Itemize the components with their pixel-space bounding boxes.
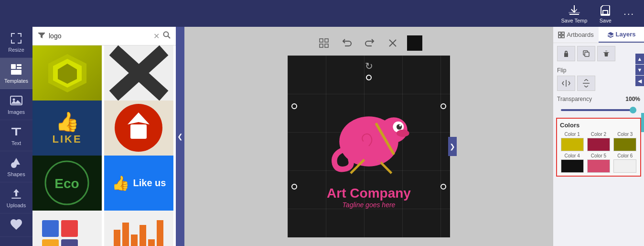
delete-button[interactable] (597, 46, 615, 61)
svg-line-10 (168, 36, 171, 39)
panel-tabs: Artboards Layers (553, 27, 644, 43)
svg-rect-28 (140, 225, 146, 246)
template-item-blocks[interactable] (32, 211, 102, 246)
shapes-label: Shapes (7, 171, 25, 177)
template-item-red-circle[interactable] (104, 101, 173, 156)
rotate-icon[interactable]: ↻ (365, 60, 373, 72)
selection-handle-top[interactable] (366, 75, 372, 80)
save-temp-button[interactable]: Save Temp (558, 1, 591, 25)
svg-rect-24 (61, 239, 78, 246)
tab-layers[interactable]: Layers (599, 27, 644, 43)
color-5-swatch[interactable] (587, 159, 610, 173)
flip-vertical-button[interactable] (577, 76, 595, 91)
sidebar-item-templates[interactable]: Templates (0, 58, 32, 89)
search-icon[interactable] (162, 31, 171, 41)
canvas-logo-text: Art Company (323, 186, 414, 201)
svg-rect-2 (17, 64, 21, 66)
color-2-swatch[interactable] (587, 138, 610, 151)
svg-rect-18 (130, 124, 147, 139)
uploads-icon (10, 187, 23, 201)
template-item-green-shape[interactable] (32, 45, 102, 101)
canvas-workspace[interactable]: ↻ (288, 56, 450, 237)
svg-point-6 (13, 99, 15, 101)
template-item-orange-bars[interactable] (104, 211, 173, 246)
color-3-swatch[interactable] (613, 138, 636, 151)
color-swatch[interactable] (407, 35, 422, 51)
topbar: Save Temp Save ··· (0, 0, 644, 27)
save-button[interactable]: Save (595, 1, 616, 25)
color-1-swatch[interactable] (561, 138, 584, 151)
transparency-slider[interactable] (561, 109, 636, 111)
canvas-toolbar (315, 31, 422, 56)
expand-right-panel-button[interactable]: ❯ (448, 137, 457, 156)
sidebar-item-images[interactable]: Images (0, 89, 32, 120)
shapes-icon (10, 156, 23, 169)
svg-rect-25 (114, 230, 120, 246)
color-2-label: Color 2 (591, 132, 606, 137)
svg-rect-45 (558, 35, 561, 38)
templates-icon (10, 63, 23, 76)
color-item-3: Color 3 (613, 132, 637, 151)
panel-controls (553, 43, 644, 64)
colors-section: Colors Color 1 Color 2 Color 3 Color 4 (556, 118, 641, 177)
template-item-eco[interactable]: Eco (32, 156, 102, 211)
collapse-down-button[interactable]: ▼ (635, 65, 644, 75)
close-button[interactable] (384, 34, 401, 52)
grid-toggle-button[interactable] (315, 34, 333, 52)
artboards-tab-label: Artboards (567, 31, 593, 38)
colors-grid: Color 1 Color 2 Color 3 Color 4 Color 5 (560, 132, 637, 173)
clear-search-icon[interactable]: ✕ (153, 32, 160, 41)
flip-horizontal-button[interactable] (557, 76, 575, 91)
svg-rect-26 (122, 223, 129, 246)
template-item-like-us[interactable]: 👍 Like us (104, 156, 173, 211)
more-button[interactable]: ··· (620, 6, 638, 21)
svg-rect-43 (558, 32, 561, 34)
transparency-value: 100% (625, 96, 640, 102)
svg-rect-47 (585, 52, 589, 56)
redo-button[interactable] (361, 34, 378, 52)
text-icon (10, 125, 23, 138)
svg-rect-8 (11, 198, 21, 199)
selection-handle-bottom-left[interactable] (291, 184, 297, 190)
sidebar-item-resize[interactable]: Resize (0, 27, 32, 58)
tab-artboards[interactable]: Artboards (553, 27, 599, 43)
sidebar-item-shapes[interactable]: Shapes (0, 151, 32, 182)
template-grid: 👍 LIKE Eco 👍 (32, 45, 176, 246)
color-4-swatch[interactable] (561, 159, 584, 173)
search-bar: ✕ (32, 27, 176, 45)
color-item-5: Color 5 (586, 153, 611, 173)
selection-handle-right[interactable] (440, 103, 446, 109)
flip-label: Flip (557, 67, 640, 74)
color-item-6: Color 6 (613, 153, 637, 173)
collapse-left-button[interactable]: ◀ (635, 76, 644, 86)
sidebar-item-text[interactable]: Text (0, 120, 32, 151)
right-panel: Artboards Layers ▲ ▼ ◀ (553, 27, 644, 246)
lock-button[interactable] (557, 46, 575, 61)
svg-text:Eco: Eco (54, 176, 79, 191)
duplicate-button[interactable] (577, 46, 595, 61)
color-6-swatch[interactable] (613, 159, 636, 173)
svg-rect-46 (562, 35, 564, 38)
colors-title: Colors (560, 122, 637, 129)
collapse-templates-panel-button[interactable]: ❮ (176, 27, 184, 246)
svg-rect-22 (61, 220, 78, 237)
selection-handle-left[interactable] (291, 103, 297, 109)
images-icon (10, 94, 23, 107)
collapse-up-button[interactable]: ▲ (635, 54, 644, 64)
template-item-x-shape[interactable] (104, 45, 173, 101)
text-label: Text (11, 140, 21, 146)
search-input[interactable] (49, 32, 150, 40)
svg-rect-1 (11, 64, 16, 69)
template-item-like[interactable]: 👍 LIKE (32, 101, 102, 156)
uploads-label: Uploads (7, 202, 26, 208)
filter-icon[interactable] (37, 31, 46, 41)
main-layout: Resize Templates Images Text (0, 27, 644, 246)
color-item-1: Color 1 (560, 132, 584, 151)
svg-rect-3 (17, 67, 21, 69)
sidebar-item-uploads[interactable]: Uploads (0, 182, 32, 213)
left-iconbar: Resize Templates Images Text (0, 27, 32, 246)
sidebar-item-favorites[interactable] (0, 213, 32, 237)
selection-handle-bottom-right[interactable] (440, 184, 446, 190)
templates-label: Templates (4, 78, 28, 84)
undo-button[interactable] (338, 34, 355, 52)
